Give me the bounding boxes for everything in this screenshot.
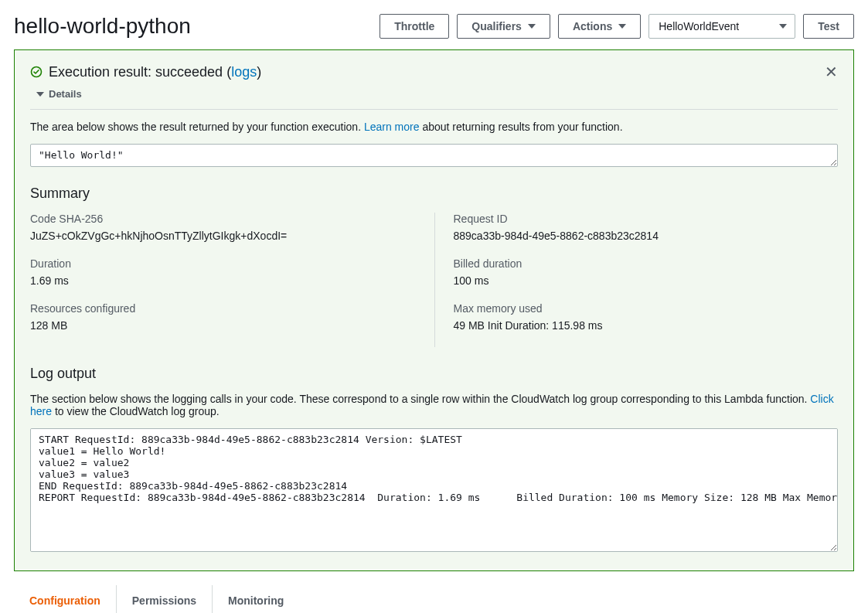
chevron-down-icon (528, 24, 536, 29)
log-output-description: The section below shows the logging call… (30, 393, 838, 417)
success-check-icon (30, 66, 43, 80)
tab-permissions[interactable]: Permissions (117, 585, 213, 613)
divider (30, 109, 838, 110)
resources-configured-label: Resources configured (30, 302, 434, 315)
chevron-down-icon (618, 24, 626, 29)
result-description: The area below shows the result returned… (30, 121, 838, 133)
qualifiers-dropdown-button[interactable]: Qualifiers (457, 14, 550, 39)
log-output-heading: Log output (30, 366, 838, 382)
test-button[interactable]: Test (803, 14, 854, 39)
logs-link[interactable]: logs (231, 64, 257, 80)
details-expand-toggle[interactable]: Details (36, 88, 82, 100)
function-return-value[interactable]: "Hello World!" (30, 144, 838, 167)
code-sha-value: JuZS+cOkZVgGc+hkNjhoOsnTTyZllytGIkgk+dXo… (30, 230, 434, 242)
request-id-value: 889ca33b-984d-49e5-8862-c883b23c2814 (454, 230, 839, 242)
duration-label: Duration (30, 257, 434, 270)
resources-configured-value: 128 MB (30, 319, 434, 332)
learn-more-link[interactable]: Learn more (364, 121, 420, 133)
tab-monitoring[interactable]: Monitoring (213, 585, 299, 613)
details-label: Details (49, 88, 82, 100)
max-memory-used-label: Max memory used (454, 302, 839, 315)
qualifiers-label: Qualifiers (471, 20, 522, 32)
summary-heading: Summary (30, 186, 838, 202)
execution-result-heading: Execution result: succeeded (logs) (49, 64, 261, 80)
execution-result-alert: Execution result: succeeded (logs) ✕ Det… (14, 49, 854, 571)
request-id-label: Request ID (454, 213, 839, 225)
close-icon[interactable]: ✕ (825, 64, 838, 80)
actions-dropdown-button[interactable]: Actions (558, 14, 641, 39)
chevron-down-icon (779, 24, 787, 29)
test-event-select[interactable]: HelloWorldEvent (648, 14, 795, 39)
billed-duration-label: Billed duration (454, 257, 839, 270)
duration-value: 1.69 ms (30, 274, 434, 287)
throttle-button[interactable]: Throttle (380, 14, 449, 39)
actions-label: Actions (573, 20, 612, 32)
test-event-select-value: HelloWorldEvent (659, 20, 739, 32)
chevron-down-icon (36, 92, 44, 97)
tab-configuration[interactable]: Configuration (14, 585, 117, 613)
code-sha-label: Code SHA-256 (30, 213, 434, 225)
page-title: hello-world-python (14, 14, 372, 39)
max-memory-used-value: 49 MB Init Duration: 115.98 ms (454, 319, 839, 332)
function-tabs: Configuration Permissions Monitoring (14, 585, 854, 613)
billed-duration-value: 100 ms (454, 274, 839, 287)
log-output-box[interactable]: START RequestId: 889ca33b-984d-49e5-8862… (30, 428, 838, 552)
